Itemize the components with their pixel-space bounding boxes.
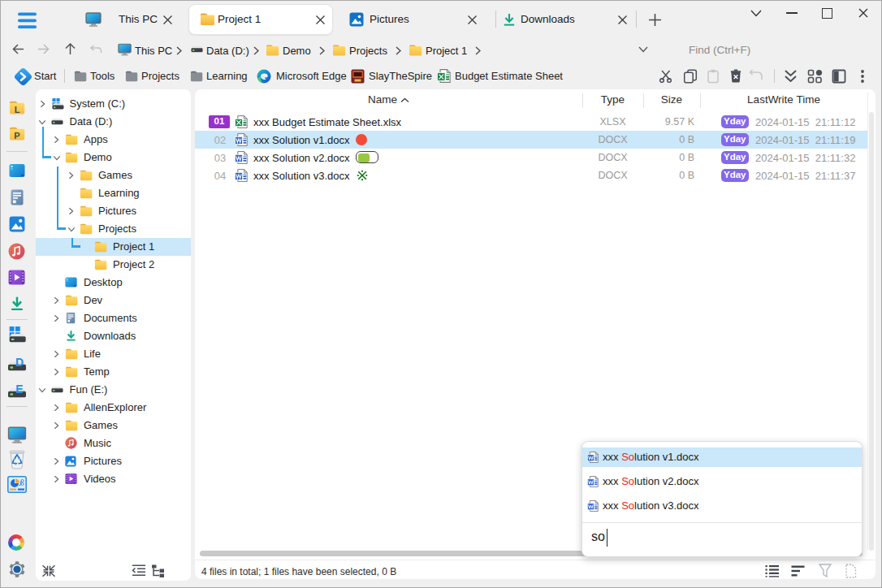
svg-text:E: E xyxy=(15,383,23,396)
svg-text:D: D xyxy=(15,357,24,369)
